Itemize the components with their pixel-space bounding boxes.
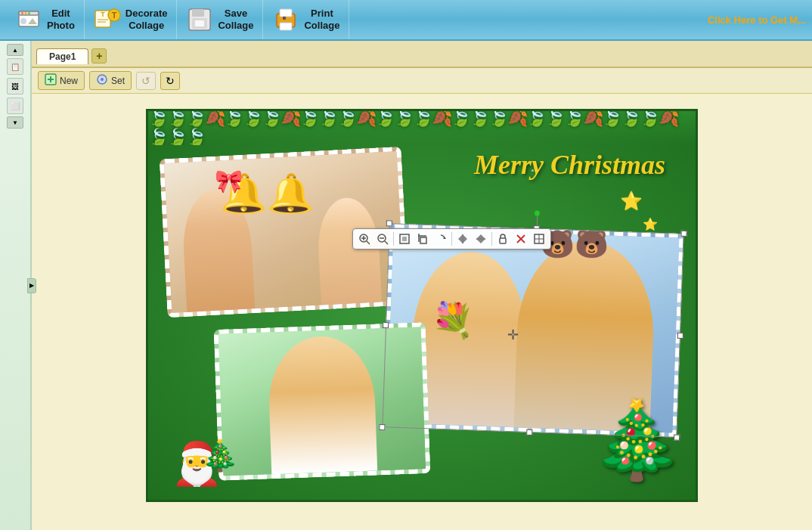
fit-button[interactable] — [396, 231, 413, 247]
canvas-area[interactable]: 🍃🍃🍃🍂🍃🍃🍃🍂🍃🍃🍃🍂🍃🍃🍃🍂🍃🍃🍃🍂🍃🍃🍃🍂🍃🍃🍃🍂🍃🍃🍃 Merry Ch… — [32, 94, 812, 530]
print-collage-icon — [272, 6, 299, 33]
photo-outdoor-girl-content — [218, 327, 426, 476]
crop-button[interactable] — [414, 231, 431, 247]
svg-rect-14 — [192, 9, 204, 17]
holly-top-border: 🍃🍃🍃🍂🍃🍃🍃🍂🍃🍃🍃🍂🍃🍃🍃🍂🍃🍃🍃🍂🍃🍃🍃🍂🍃🍃🍃🍂🍃🍃🍃 — [148, 111, 696, 145]
save-collage-label: Save Collage — [218, 8, 253, 31]
close-button[interactable] — [513, 231, 529, 247]
decorate-collage-button[interactable]: T T Decorate Collage — [85, 0, 178, 39]
expand-button[interactable] — [531, 231, 547, 247]
merry-christmas-text: Merry Christmas — [474, 149, 665, 181]
left-sidebar: ▲ 📋 🖼 ⬜ ▼ ▶ — [0, 41, 32, 530]
new-icon — [45, 73, 57, 88]
add-page-button[interactable]: + — [91, 48, 107, 64]
svg-marker-39 — [458, 235, 462, 243]
svg-marker-43 — [477, 240, 485, 243]
svg-rect-34 — [402, 237, 407, 241]
top-toolbar: Edit Photo T T Decorate Collage Save Col… — [0, 0, 812, 41]
zoom-in-button[interactable] — [356, 231, 373, 247]
save-collage-button[interactable]: Save Collage — [177, 0, 263, 39]
set-label: Set — [111, 76, 125, 86]
flip-v-button[interactable] — [473, 231, 489, 247]
print-collage-label: Print Collage — [304, 8, 339, 31]
svg-rect-16 — [195, 20, 204, 26]
svg-line-27 — [367, 241, 370, 244]
new-button[interactable]: New — [38, 71, 85, 90]
decorate-collage-label: Decorate Collage — [126, 8, 168, 31]
svg-text:T: T — [111, 11, 116, 20]
zoom-out-button[interactable] — [374, 231, 391, 247]
svg-marker-40 — [463, 235, 467, 243]
redo-button[interactable]: ↻ — [160, 72, 180, 90]
tab-bar: Page1 + — [32, 41, 812, 68]
flip-h-button[interactable] — [454, 231, 471, 247]
new-label: New — [60, 76, 78, 86]
content-area: Page1 + New — [32, 41, 812, 530]
christmas-tree-decoration: 🎄 — [590, 395, 684, 485]
promo-link[interactable]: Click Here to Get M... — [708, 14, 806, 26]
svg-rect-20 — [283, 17, 286, 20]
sidebar-scroll-up[interactable]: ▲ — [7, 44, 23, 56]
edit-photo-label: Edit Photo — [47, 8, 75, 31]
toolbar-separator-1 — [393, 232, 394, 246]
sidebar-item-2[interactable]: 🖼 — [7, 78, 23, 95]
star-decoration-2: ⭐ — [643, 217, 658, 231]
svg-rect-45 — [500, 238, 506, 243]
svg-point-4 — [21, 12, 23, 14]
tab-page1[interactable]: Page1 — [36, 48, 88, 64]
decorate-collage-icon: T T — [94, 6, 121, 33]
set-icon — [96, 73, 108, 88]
toolbar-separator-3 — [491, 232, 492, 246]
collage-canvas[interactable]: 🍃🍃🍃🍂🍃🍃🍃🍂🍃🍃🍃🍂🍃🍃🍃🍂🍃🍃🍃🍂🍃🍃🍃🍂🍃🍃🍃🍂🍃🍃🍃 Merry Ch… — [146, 109, 698, 502]
svg-rect-37 — [420, 237, 426, 243]
edit-photo-icon — [15, 6, 42, 33]
svg-rect-19 — [280, 23, 292, 30]
svg-point-5 — [25, 12, 27, 14]
svg-rect-18 — [280, 9, 292, 17]
lock-button[interactable] — [494, 231, 511, 247]
toolbar-separator-2 — [451, 232, 452, 246]
undo-button[interactable]: ↺ — [136, 72, 156, 90]
sidebar-item-3[interactable]: ⬜ — [7, 98, 23, 114]
wreath-decoration: 💐 — [432, 300, 474, 340]
rotate-cw-button[interactable] — [432, 231, 449, 247]
svg-point-2 — [20, 18, 26, 24]
set-button[interactable]: Set — [89, 71, 132, 90]
holly-leaves: 🍃🍃🍃🍂🍃🍃🍃🍂🍃🍃🍃🍂🍃🍃🍃🍂🍃🍃🍃🍂🍃🍃🍃🍂🍃🍃🍃🍂🍃🍃🍃 — [148, 111, 696, 145]
edit-photo-button[interactable]: Edit Photo — [6, 0, 85, 39]
main-area: ▲ 📋 🖼 ⬜ ▼ ▶ Page1 + New — [0, 41, 812, 530]
bow-decoration: 🎀 — [215, 168, 243, 194]
sidebar-expand-arrow[interactable]: ▶ — [27, 278, 36, 293]
save-collage-icon — [186, 6, 213, 33]
sidebar-item-1[interactable]: 📋 — [7, 58, 23, 75]
photo-edit-toolbar — [352, 228, 551, 250]
candy-cane-decoration: 🎄 — [201, 438, 239, 473]
sidebar-scroll-down[interactable]: ▼ — [7, 116, 23, 129]
secondary-toolbar: New Set ↺ ↻ — [32, 68, 812, 94]
print-collage-button[interactable]: Print Collage — [263, 0, 349, 39]
star-decoration-1: ⭐ — [620, 191, 643, 212]
svg-point-6 — [28, 12, 30, 14]
svg-line-31 — [385, 241, 388, 244]
svg-point-25 — [101, 78, 104, 81]
photo-frame-outdoor-girl[interactable] — [214, 322, 431, 481]
svg-text:T: T — [101, 11, 105, 18]
svg-marker-42 — [477, 234, 485, 238]
